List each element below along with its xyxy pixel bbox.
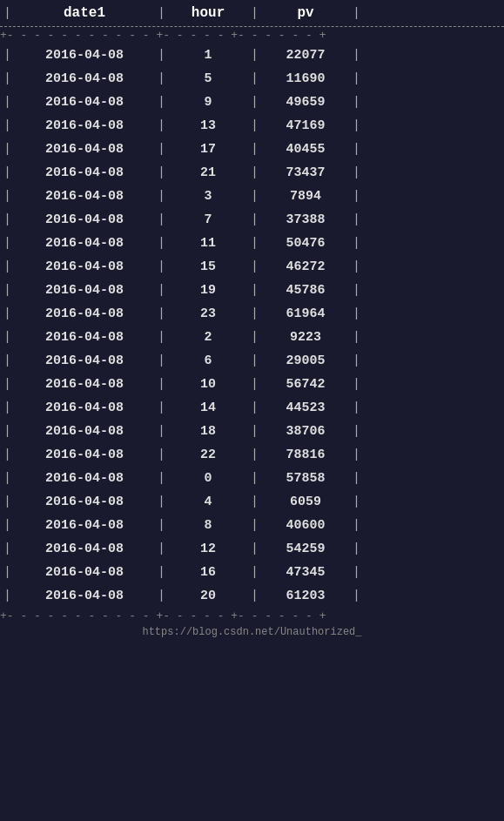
pipe: | xyxy=(247,71,262,86)
pipe: | xyxy=(154,306,169,321)
pipe: | xyxy=(349,48,364,63)
table-row: | 2016-04-08 | 7 | 37388 | xyxy=(0,208,504,232)
cell-hour: 5 xyxy=(169,71,247,86)
cell-hour: 11 xyxy=(169,236,247,251)
pipe: | xyxy=(247,48,262,63)
cell-date1: 2016-04-08 xyxy=(15,165,154,180)
pipe: | xyxy=(247,330,262,345)
table-body: | 2016-04-08 | 1 | 22077 | | 2016-04-08 … xyxy=(0,44,504,608)
pipe: | xyxy=(0,48,15,63)
cell-hour: 17 xyxy=(169,142,247,157)
pipe: | xyxy=(349,142,364,157)
pipe: | xyxy=(247,518,262,533)
cell-pv: 56742 xyxy=(262,377,349,392)
pipe: | xyxy=(247,283,262,298)
cell-hour: 9 xyxy=(169,95,247,110)
cell-date1: 2016-04-08 xyxy=(15,236,154,251)
pipe: | xyxy=(349,495,364,509)
pipe: | xyxy=(154,165,169,180)
cell-pv: 57858 xyxy=(262,471,349,486)
watermark: https://blog.csdn.net/Unauthorized_ xyxy=(0,624,504,640)
pipe: | xyxy=(349,259,364,274)
pipe: | xyxy=(0,353,15,368)
cell-pv: 45786 xyxy=(262,283,349,298)
pipe: | xyxy=(349,95,364,110)
cell-date1: 2016-04-08 xyxy=(15,48,154,63)
pipe: | xyxy=(154,377,169,392)
cell-date1: 2016-04-08 xyxy=(15,542,154,556)
cell-pv: 47169 xyxy=(262,118,349,133)
pipe: | xyxy=(349,283,364,298)
pipe: | xyxy=(247,424,262,439)
pipe: | xyxy=(349,400,364,415)
pipe: | xyxy=(154,589,169,603)
pipe: | xyxy=(0,518,15,533)
pipe: | xyxy=(154,95,169,110)
table-row: | 2016-04-08 | 9 | 49659 | xyxy=(0,91,504,114)
pipe: | xyxy=(349,424,364,439)
table-row: | 2016-04-08 | 22 | 78816 | xyxy=(0,443,504,467)
pipe: | xyxy=(154,353,169,368)
pipe: | xyxy=(154,283,169,298)
pipe: | xyxy=(349,165,364,180)
cell-pv: 54259 xyxy=(262,542,349,556)
pipe: | xyxy=(349,236,364,251)
table-container: | date1 | hour | pv | +- - - - - - - - -… xyxy=(0,0,504,640)
cell-hour: 3 xyxy=(169,189,247,204)
pipe: | xyxy=(0,306,15,321)
pipe: | xyxy=(349,377,364,392)
cell-hour: 18 xyxy=(169,424,247,439)
table-row: | 2016-04-08 | 5 | 11690 | xyxy=(0,67,504,91)
cell-date1: 2016-04-08 xyxy=(15,377,154,392)
pipe: | xyxy=(247,377,262,392)
header-date1: date1 xyxy=(15,5,154,21)
pipe: | xyxy=(0,236,15,251)
pipe: | xyxy=(0,424,15,439)
pipe: | xyxy=(0,6,15,21)
cell-hour: 4 xyxy=(169,495,247,509)
pipe: | xyxy=(154,330,169,345)
cell-date1: 2016-04-08 xyxy=(15,589,154,603)
pipe: | xyxy=(154,189,169,204)
pipe: | xyxy=(154,6,169,21)
table-row: | 2016-04-08 | 0 | 57858 | xyxy=(0,467,504,490)
table-row: | 2016-04-08 | 11 | 50476 | xyxy=(0,232,504,255)
cell-hour: 12 xyxy=(169,542,247,556)
pipe: | xyxy=(0,212,15,227)
pipe: | xyxy=(154,259,169,274)
pipe: | xyxy=(349,6,364,21)
cell-pv: 78816 xyxy=(262,448,349,462)
pipe: | xyxy=(247,400,262,415)
cell-pv: 46272 xyxy=(262,259,349,274)
pipe: | xyxy=(349,542,364,556)
pipe: | xyxy=(247,95,262,110)
cell-pv: 73437 xyxy=(262,165,349,180)
pipe: | xyxy=(154,48,169,63)
table-row: | 2016-04-08 | 10 | 56742 | xyxy=(0,373,504,396)
pipe: | xyxy=(0,542,15,556)
pipe: | xyxy=(154,565,169,580)
pipe: | xyxy=(349,471,364,486)
pipe: | xyxy=(0,142,15,157)
pipe: | xyxy=(349,518,364,533)
pipe: | xyxy=(0,283,15,298)
cell-pv: 40600 xyxy=(262,518,349,533)
pipe: | xyxy=(349,212,364,227)
cell-hour: 1 xyxy=(169,48,247,63)
cell-pv: 40455 xyxy=(262,142,349,157)
pipe: | xyxy=(0,165,15,180)
cell-pv: 6059 xyxy=(262,495,349,509)
table-row: | 2016-04-08 | 17 | 40455 | xyxy=(0,138,504,161)
pipe: | xyxy=(154,400,169,415)
pipe: | xyxy=(154,118,169,133)
pipe: | xyxy=(247,118,262,133)
table-row: | 2016-04-08 | 14 | 44523 | xyxy=(0,396,504,420)
cell-pv: 7894 xyxy=(262,189,349,204)
cell-date1: 2016-04-08 xyxy=(15,259,154,274)
table-row: | 2016-04-08 | 8 | 40600 | xyxy=(0,514,504,537)
pipe: | xyxy=(154,236,169,251)
pipe: | xyxy=(0,471,15,486)
pipe: | xyxy=(247,165,262,180)
cell-date1: 2016-04-08 xyxy=(15,330,154,345)
cell-date1: 2016-04-08 xyxy=(15,283,154,298)
